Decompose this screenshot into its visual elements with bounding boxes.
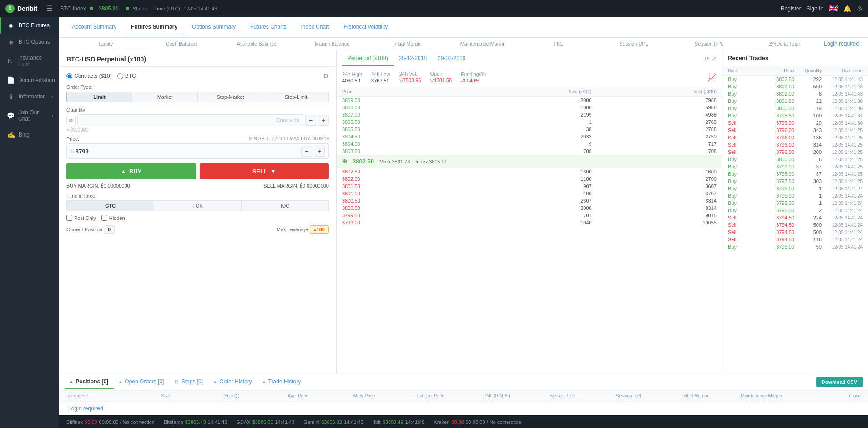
order-type-stop-market[interactable]: Stop-Market [198,92,263,102]
contracts-radio[interactable] [66,73,72,79]
trade-side: Buy [728,208,744,213]
hidden-label[interactable]: Hidden [101,215,125,221]
tab-index-chart[interactable]: Index Chart [293,18,336,36]
trade-side: Sell [728,142,744,148]
buy-margin-value: ₿0.00000000 [101,183,130,189]
bid-price: 3801.00 [342,191,467,196]
market-tab-dec2018[interactable]: 28-12-2018 [394,51,432,66]
bid-row[interactable]: 3799.50 701 9015 [337,212,722,219]
price-input[interactable] [76,148,299,155]
col-maintenance-margin: Maintenance Margin [728,393,795,398]
bid-row[interactable]: 3801.00 100 3707 [337,190,722,197]
buy-button[interactable]: ▲ BUY [66,163,196,179]
tif-label: Time in force: [66,193,329,199]
sidebar-item-insurance-fund[interactable]: ⛨ Insurance Fund [0,50,59,72]
download-csv-button[interactable]: Download CSV [816,377,863,387]
bid-row[interactable]: 3802.50 1600 1600 [337,168,722,175]
order-type-stop-limit[interactable]: Stop-Limit [263,92,329,102]
market-tab-mar2019[interactable]: 29-03-2019 [432,51,471,66]
status-dot [90,7,93,10]
bid-row[interactable]: 3800.50 2607 6314 [337,197,722,204]
col-mark-price: Mark Price [331,393,398,398]
tab-account-summary[interactable]: Account Summary [65,18,124,36]
tab-futures-summary[interactable]: Futures Summary [124,18,185,36]
bid-row[interactable]: 3799.00 1040 10055 [337,219,722,226]
ask-row[interactable]: 3803.50 708 708 [337,148,722,155]
bid-row[interactable]: 3800.00 2000 8314 [337,204,722,212]
menu-icon[interactable]: ☰ [46,4,53,13]
sidebar-item-btc-futures[interactable]: ◈ BTC Futures [0,17,59,34]
order-settings-button[interactable]: ⚙ [323,72,329,80]
market-tab-perpetual[interactable]: Perpetual (x100) [342,51,394,66]
post-only-label[interactable]: Post Only [66,215,96,221]
post-only-checkbox[interactable] [66,215,72,221]
bottom-tab-trade-history[interactable]: ≡ Trade History [257,375,307,389]
trade-time: 12-05 14:41:25 [822,157,863,162]
quantity-copy-button[interactable]: ⧉ [66,116,76,125]
metric-available-balance: Available Balance [219,41,294,47]
expand-icon-button[interactable]: ⤢ [712,56,717,62]
col-price: Price [744,68,794,73]
sidebar-item-btc-options[interactable]: ◈ BTC Options [0,34,59,50]
tif-ioc[interactable]: IOC [242,200,329,211]
trade-time: 12-05 14:41:25 [822,172,863,177]
bottom-tab-stops[interactable]: ⊡ Stops [0] [169,375,208,389]
bottom-tab-order-history[interactable]: ≡ Order History [208,375,257,389]
hidden-checkbox[interactable] [101,215,107,221]
col-quantity: Quantity [794,68,822,73]
bid-row[interactable]: 3801.50 907 3607 [337,183,722,190]
sidebar-item-information[interactable]: ℹ Information › [0,88,59,105]
contracts-radio-label[interactable]: Contracts ($10) [66,73,112,79]
ask-row[interactable]: 3805.50 38 2788 [337,126,722,133]
tab-futures-charts[interactable]: Futures Charts [243,18,293,36]
ask-row[interactable]: 3806.50 1 2789 [337,118,722,126]
ask-row[interactable]: 3804.00 9 717 [337,140,722,148]
ask-row[interactable]: 3808.00 1000 5988 [337,104,722,111]
bottom-tab-positions[interactable]: ≡ Positions [0] [65,375,114,389]
notifications-icon[interactable]: 🔔 [843,5,851,12]
price-increment-button[interactable]: + [314,146,325,157]
tif-fok[interactable]: FOK [154,200,242,211]
metrics-login-required[interactable]: Login required [824,41,859,47]
quantity-label: Quantity: [66,107,329,112]
trade-row: Sell 3794.50 224 12-05 14:41:24 [722,214,868,221]
refresh-icon-button[interactable]: ⟳ [705,56,709,62]
quantity-increment-button[interactable]: + [318,115,329,126]
bid-total: 2700 [592,176,717,182]
col-side: Side [728,68,744,73]
sidebar-item-documentation[interactable]: 📄 Documentation › [0,72,59,88]
signin-button[interactable]: Sign In [807,5,823,12]
bid-size: 1600 [467,169,591,174]
sidebar-item-join-chat[interactable]: 💬 Join Our Chat › [0,105,59,127]
settings-icon[interactable]: ⚙ [857,5,863,12]
bottom-tab-open-orders[interactable]: ≡ Open Orders [0] [114,375,169,389]
tab-historical-volatility[interactable]: Historical Volatility [337,18,395,36]
quantity-decrement-button[interactable]: − [305,115,316,126]
bid-row[interactable]: 3802.00 1100 2700 [337,175,722,183]
tab-options-summary[interactable]: Options Summary [185,18,243,36]
trade-row: Buy 3801.50 21 12-05 14:41:38 [722,97,868,105]
btc-radio[interactable] [117,73,123,79]
order-type-label: Order Type: [66,84,329,90]
register-button[interactable]: Register [781,5,801,12]
current-position-label: Current Position: [66,227,104,232]
order-type-market[interactable]: Market [132,92,198,102]
price-decrement-button[interactable]: − [301,146,312,157]
content-area: BTC-USD Perpetual (x100) Contracts ($10) [59,50,868,415]
tif-gtc[interactable]: GTC [66,200,154,211]
sell-button[interactable]: SELL ▼ [200,163,329,179]
col-initial-margin: Initial Margin [662,393,729,398]
ask-row[interactable]: 3804.50 2033 2750 [337,133,722,140]
trade-side: Buy [728,178,744,184]
ask-row[interactable]: 3807.00 2199 4988 [337,111,722,118]
bid-size: 1040 [467,220,591,225]
quantity-input[interactable] [77,114,303,126]
bottom-login-required[interactable]: Login required [68,405,103,412]
flag-icon[interactable]: 🇬🇧 [829,4,838,13]
trade-quantity: 20 [794,120,822,126]
btc-radio-label[interactable]: BTC [117,73,136,79]
sidebar-item-blog[interactable]: ✍ Blog [0,127,59,143]
order-type-limit[interactable]: Limit [66,92,132,102]
ask-row[interactable]: 3809.00 2000 7988 [337,97,722,104]
chart-icon-button[interactable]: 📈 [707,73,717,82]
